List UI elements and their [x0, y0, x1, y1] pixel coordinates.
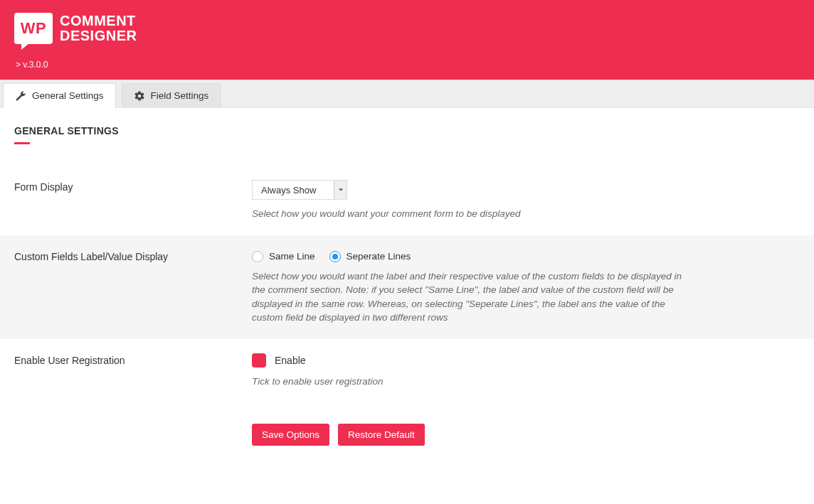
- tab-general-settings[interactable]: General Settings: [3, 83, 116, 107]
- user-registration-help: Tick to enable user registration: [252, 375, 686, 389]
- form-display-help: Select how you would want your comment f…: [252, 207, 686, 221]
- tab-label: Field Settings: [151, 90, 209, 101]
- row-user-registration: Enable User Registration Enable Tick to …: [14, 339, 800, 403]
- section-underline: [14, 142, 30, 144]
- restore-default-button[interactable]: Restore Default: [338, 424, 425, 446]
- radio-same-line[interactable]: Same Line: [252, 251, 315, 262]
- tab-label: General Settings: [32, 90, 104, 101]
- row-form-display: Form Display Always Show Select how you …: [14, 166, 800, 235]
- save-options-button[interactable]: Save Options: [252, 424, 329, 446]
- chevron-down-icon: [334, 181, 347, 199]
- form-display-label: Form Display: [14, 180, 238, 193]
- enable-user-registration-checkbox[interactable]: [252, 353, 266, 368]
- logo-text-line1: COMMENT: [60, 14, 137, 28]
- action-buttons: Save Options Restore Default: [14, 424, 800, 446]
- wrench-icon: [15, 90, 26, 102]
- logo-badge: WP: [14, 13, 53, 44]
- cf-display-label: Custom Fields Label/Value Display: [14, 250, 238, 262]
- enable-user-registration-check-label: Enable: [275, 355, 306, 366]
- form-display-select-value: Always Show: [253, 181, 334, 199]
- radio-bullet-icon: [329, 251, 341, 262]
- app-header: WP COMMENT DESIGNER > v.3.0.0: [0, 0, 814, 80]
- gear-icon: [134, 90, 145, 102]
- logo-badge-text: WP: [21, 19, 46, 38]
- tab-field-settings[interactable]: Field Settings: [122, 83, 221, 107]
- version-label: > v.3.0.0: [14, 60, 800, 70]
- radio-seperate-lines-label: Seperate Lines: [347, 251, 411, 262]
- radio-seperate-lines[interactable]: Seperate Lines: [329, 251, 411, 262]
- logo-text: COMMENT DESIGNER: [60, 14, 137, 43]
- user-registration-label: Enable User Registration: [14, 353, 238, 366]
- row-cf-display: Custom Fields Label/Value Display Same L…: [0, 235, 814, 339]
- cf-display-radio-group: Same Line Seperate Lines: [252, 251, 686, 262]
- content-area: GENERAL SETTINGS Form Display Always Sho…: [0, 108, 814, 474]
- radio-same-line-label: Same Line: [269, 251, 315, 262]
- form-display-select[interactable]: Always Show: [252, 180, 347, 200]
- cf-display-help: Select how you would want the label and …: [252, 269, 686, 325]
- radio-bullet-icon: [252, 251, 263, 262]
- section-title: GENERAL SETTINGS: [14, 125, 800, 136]
- logo-text-line2: DESIGNER: [60, 28, 137, 43]
- tab-bar: General Settings Field Settings: [0, 80, 814, 108]
- logo: WP COMMENT DESIGNER: [14, 13, 800, 44]
